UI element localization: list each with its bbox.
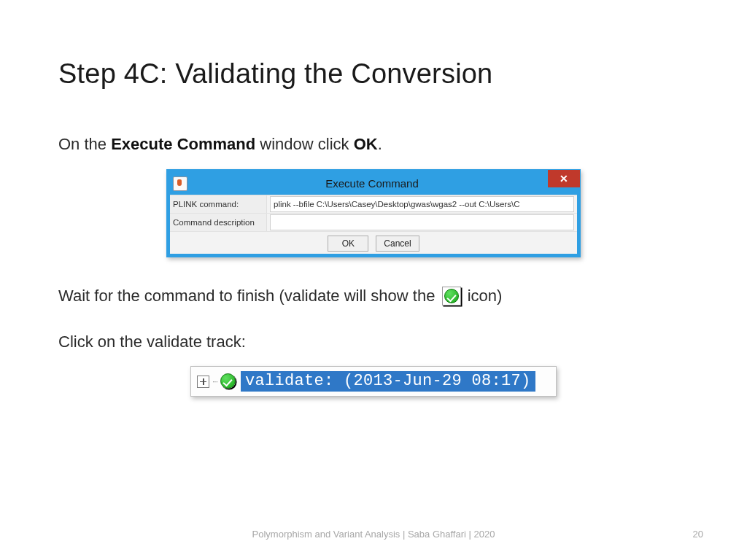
java-app-icon — [173, 176, 187, 191]
instruction-line-2: Wait for the command to finish (validate… — [58, 285, 689, 308]
cancel-button[interactable]: Cancel — [376, 236, 419, 252]
tree-expand-icon[interactable] — [197, 376, 209, 388]
text-fragment: window click — [255, 135, 353, 153]
instruction-line-3: Click on the validate track: — [58, 331, 689, 354]
plink-command-row: PLINK command: plink --bfile C:\Users\Ca… — [170, 195, 577, 214]
slide-title: Step 4C: Validating the Conversion — [58, 58, 689, 90]
status-check-icon — [220, 373, 236, 389]
window-close-button[interactable]: ✕ — [548, 170, 580, 187]
ok-button[interactable]: OK — [328, 236, 368, 252]
slide-page-number: 20 — [693, 529, 703, 540]
window-title: Execute Command — [187, 177, 557, 190]
plink-command-label: PLINK command: — [170, 195, 267, 213]
tree-connector: ··· — [212, 376, 217, 386]
command-description-label: Command description — [170, 214, 267, 231]
window-titlebar[interactable]: Execute Command ✕ — [170, 173, 577, 195]
slide-footer: Polymorphism and Variant Analysis | Saba… — [0, 529, 747, 540]
command-description-row: Command description — [170, 214, 577, 232]
check-icon — [442, 287, 461, 306]
validate-track-item[interactable]: ··· validate: (2013-Jun-29 08:17) — [190, 366, 557, 397]
execute-command-window: Execute Command ✕ PLINK command: plink -… — [166, 169, 581, 257]
text-fragment: . — [378, 135, 382, 153]
text-fragment: On the — [58, 135, 111, 153]
bold-execute-command: Execute Command — [111, 135, 255, 153]
validate-track-label: validate: (2013-Jun-29 08:17) — [241, 371, 535, 392]
plink-command-input[interactable]: plink --bfile C:\Users\Casey\Desktop\gwa… — [270, 196, 574, 212]
text-fragment: Wait for the command to finish (validate… — [58, 287, 440, 305]
command-description-input[interactable] — [270, 214, 574, 230]
close-icon: ✕ — [560, 173, 568, 184]
bold-ok: OK — [354, 135, 378, 153]
text-fragment: icon) — [463, 287, 503, 305]
instruction-line-1: On the Execute Command window click OK. — [58, 133, 689, 156]
